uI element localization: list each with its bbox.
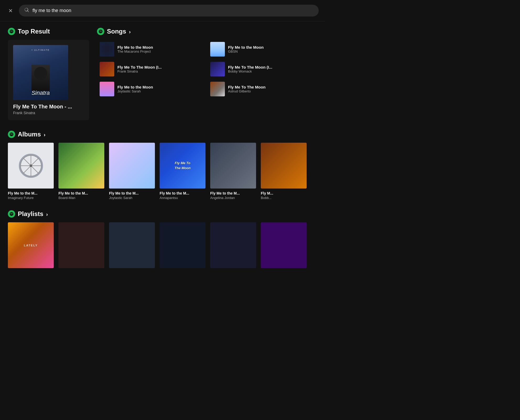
- song-info: Fly Me to the Moon Joytastic Sarah: [117, 85, 204, 93]
- svg-point-5: [30, 164, 32, 167]
- album-artist: Angelina Jordan: [210, 196, 256, 200]
- albums-section: Albums › Fly Me to the M... Imaginary Fu…: [8, 131, 317, 200]
- playlists-header: Playlists ›: [8, 210, 317, 218]
- album-artist: Joytastic Sarah: [109, 196, 155, 200]
- top-result-album-art: • Ultimate Sinatra: [13, 45, 68, 100]
- playlist-art: [160, 222, 205, 268]
- playlists-section: Playlists › LATELY: [8, 210, 317, 271]
- album-cover: [210, 143, 256, 189]
- playlists-title: Playlists ›: [18, 210, 48, 218]
- playlist-art: [261, 222, 307, 268]
- album-title: Fly Me to the M...: [210, 191, 256, 195]
- albums-arrow[interactable]: ›: [44, 132, 46, 137]
- song-thumb: [210, 62, 225, 76]
- top-section: Top Result • Ultimate Sinatra Fly Me To …: [8, 28, 317, 120]
- song-title: Fly Me to the Moon: [117, 85, 204, 89]
- playlist-card[interactable]: [58, 222, 104, 271]
- playlist-card[interactable]: [210, 222, 256, 271]
- playlist-cover: [109, 222, 155, 268]
- playlist-cover: LATELY: [8, 222, 54, 268]
- playlists-scroll: LATELY: [8, 222, 317, 271]
- top-result-artist: Frank Sinatra: [13, 111, 84, 115]
- song-row[interactable]: Fly Me To The Moon Astrud Gilberto: [208, 80, 317, 98]
- album-cover: [109, 143, 155, 189]
- close-icon: ✕: [8, 8, 13, 14]
- song-title: Fly Me to the Moon: [228, 45, 315, 49]
- song-info: Fly Me To The Moon Astrud Gilberto: [228, 85, 315, 93]
- album-art-bg: [58, 143, 104, 189]
- album-artist: Bobb...: [261, 196, 307, 200]
- playlist-art: [58, 222, 104, 268]
- top-result-card[interactable]: • Ultimate Sinatra Fly Me To The Moon - …: [8, 40, 89, 120]
- albums-spotify-icon: [8, 131, 15, 138]
- ferris-wheel-art: [8, 143, 54, 189]
- song-artist: Frank Sinatra: [117, 69, 204, 73]
- top-result-song-title: Fly Me To The Moon - ...: [13, 104, 84, 110]
- playlist-art: [210, 222, 256, 268]
- playlist-card[interactable]: [109, 222, 155, 271]
- song-title: Fly Me To The Moon (I...: [117, 65, 204, 69]
- song-row[interactable]: Fly Me To The Moon (I... Bobby Womack: [208, 60, 317, 79]
- playlist-art-label: LATELY: [24, 244, 38, 247]
- playlist-card[interactable]: [261, 222, 307, 271]
- album-art-bg: [109, 143, 155, 189]
- album-artist: Imaginary Future: [8, 196, 54, 200]
- songs-title: Songs ›: [107, 28, 131, 35]
- song-artist: Joytastic Sarah: [117, 89, 204, 93]
- playlist-cover: [58, 222, 104, 268]
- song-title: Fly Me To The Moon: [228, 85, 315, 89]
- album-title: Fly Me to the M...: [8, 191, 54, 195]
- album-title: Fly Me to the M...: [160, 191, 205, 195]
- albums-header: Albums ›: [8, 131, 317, 138]
- album-cover: [8, 143, 54, 189]
- main-content: Top Result • Ultimate Sinatra Fly Me To …: [0, 21, 325, 277]
- ultimate-label: • Ultimate: [32, 49, 50, 51]
- search-icon: [24, 7, 29, 14]
- playlist-cover: [261, 222, 307, 268]
- playlist-card[interactable]: [160, 222, 205, 271]
- playlist-card[interactable]: LATELY: [8, 222, 54, 271]
- album-cover: Fly Me ToThe Moon: [160, 143, 205, 189]
- song-artist: Astrud Gilberto: [228, 89, 315, 93]
- album-artist: Annapantsu: [160, 196, 205, 200]
- song-row[interactable]: Fly Me to the Moon The Macarons Project: [97, 40, 207, 59]
- album-cover: [261, 143, 307, 189]
- album-cover: [58, 143, 104, 189]
- album-card[interactable]: Fly Me to the M... Angelina Jordan: [210, 143, 256, 200]
- playlist-art: [109, 222, 155, 268]
- song-row[interactable]: Fly Me to the Moon Joytastic Sarah: [97, 80, 207, 98]
- albums-title: Albums ›: [18, 131, 45, 138]
- song-row[interactable]: Fly Me To The Moon (I... Frank Sinatra: [97, 60, 207, 79]
- moon-text: Fly Me ToThe Moon: [175, 161, 191, 170]
- album-card[interactable]: Fly M... Bobb...: [261, 143, 307, 200]
- song-info: Fly Me to the Moon The Macarons Project: [117, 45, 204, 53]
- songs-spotify-icon: [97, 28, 104, 35]
- moon-art: Fly Me ToThe Moon: [160, 143, 205, 189]
- song-title: Fly Me To The Moon (I...: [228, 65, 315, 69]
- svg-line-4: [24, 158, 38, 173]
- songs-header: Songs ›: [97, 28, 317, 35]
- album-art-bg: [261, 143, 307, 189]
- album-art-bg: [210, 143, 256, 189]
- song-artist: GBSN: [228, 49, 315, 53]
- header: ✕: [0, 0, 325, 21]
- song-artist: The Macarons Project: [117, 49, 204, 53]
- album-card[interactable]: Fly Me to the M... Board-Man: [58, 143, 104, 200]
- song-thumb: [100, 62, 114, 76]
- top-result-column: Top Result • Ultimate Sinatra Fly Me To …: [8, 28, 89, 120]
- song-row[interactable]: Fly Me to the Moon GBSN: [208, 40, 317, 59]
- playlist-cover: [210, 222, 256, 268]
- search-bar[interactable]: [19, 5, 319, 16]
- playlists-spotify-icon: [8, 210, 15, 218]
- album-card[interactable]: Fly Me ToThe Moon Fly Me to the M... Ann…: [160, 143, 205, 200]
- album-title: Fly Me to the M...: [109, 191, 155, 195]
- songs-column: Songs › Fly Me to the Moon The Macarons …: [97, 28, 317, 120]
- album-card[interactable]: Fly Me to the M... Imaginary Future: [8, 143, 54, 200]
- playlists-arrow[interactable]: ›: [46, 211, 48, 217]
- album-card[interactable]: Fly Me to the M... Joytastic Sarah: [109, 143, 155, 200]
- search-input[interactable]: [32, 8, 313, 13]
- svg-line-3: [24, 158, 38, 173]
- song-info: Fly Me To The Moon (I... Frank Sinatra: [117, 65, 204, 73]
- songs-arrow[interactable]: ›: [129, 29, 131, 35]
- close-button[interactable]: ✕: [6, 7, 15, 15]
